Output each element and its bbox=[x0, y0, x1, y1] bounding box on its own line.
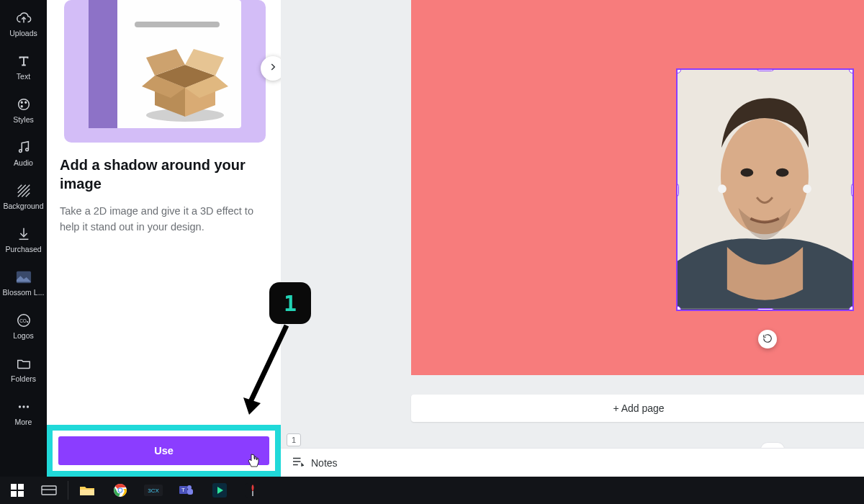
nav-blossom[interactable]: Blossom L... bbox=[0, 262, 47, 305]
add-page-label: + Add page bbox=[613, 402, 664, 414]
notes-bar[interactable]: Notes bbox=[281, 448, 864, 477]
selected-image[interactable] bbox=[676, 68, 854, 311]
nav-label: Uploads bbox=[9, 29, 37, 37]
notes-icon bbox=[291, 455, 304, 470]
teams-button[interactable]: T bbox=[171, 478, 202, 503]
nav-folders[interactable]: Folders bbox=[0, 348, 47, 392]
svg-point-4 bbox=[19, 150, 22, 153]
folder-icon bbox=[79, 484, 95, 497]
svg-point-25 bbox=[803, 184, 811, 193]
canvas-area[interactable]: 1 bbox=[281, 0, 864, 477]
svg-text:3CX: 3CX bbox=[148, 487, 159, 494]
resize-handle-mt[interactable] bbox=[757, 68, 774, 71]
chevron-right-icon bbox=[268, 62, 278, 75]
svg-rect-40 bbox=[187, 489, 193, 495]
pin-app-icon bbox=[246, 483, 260, 498]
resize-handle-mr[interactable] bbox=[851, 184, 854, 197]
effect-panel: Add a shadow around your image Take a 2D… bbox=[47, 0, 281, 477]
annotation-badge: 1 bbox=[269, 282, 311, 324]
svg-rect-28 bbox=[11, 491, 17, 497]
nav-text[interactable]: Text bbox=[0, 46, 47, 89]
svg-point-34 bbox=[119, 489, 122, 492]
cardboard-box-icon bbox=[133, 36, 238, 122]
svg-text:CO₂: CO₂ bbox=[19, 318, 29, 323]
svg-point-24 bbox=[718, 184, 726, 193]
teams-icon: T bbox=[179, 483, 194, 498]
nav-more[interactable]: More bbox=[0, 392, 47, 435]
svg-rect-27 bbox=[18, 484, 24, 490]
effect-preview[interactable] bbox=[64, 0, 266, 143]
svg-rect-30 bbox=[42, 486, 56, 495]
nav-purchased[interactable]: Purchased bbox=[0, 219, 47, 262]
svg-point-3 bbox=[21, 106, 22, 107]
nav-label: Logos bbox=[13, 331, 34, 340]
preview-wrap bbox=[47, 0, 281, 143]
panel-title: Add a shadow around your image bbox=[60, 156, 268, 193]
svg-text:T: T bbox=[181, 487, 185, 493]
chrome-button[interactable] bbox=[104, 478, 136, 503]
svg-point-2 bbox=[24, 102, 26, 103]
svg-rect-44 bbox=[252, 491, 253, 496]
panel-body: Add a shadow around your image Take a 2D… bbox=[47, 143, 281, 425]
nav-label: Folders bbox=[11, 374, 36, 383]
panel-description: Take a 2D image and give it a 3D effect … bbox=[60, 203, 268, 235]
page-indicator[interactable]: 1 bbox=[287, 433, 301, 446]
download-icon bbox=[16, 226, 32, 242]
resize-handle-bl[interactable] bbox=[676, 306, 681, 311]
music-note-icon bbox=[16, 140, 32, 156]
nav-audio[interactable]: Audio bbox=[0, 132, 47, 176]
notes-label: Notes bbox=[311, 457, 338, 469]
use-button[interactable]: Use bbox=[58, 436, 269, 465]
resize-handle-mb[interactable] bbox=[757, 308, 774, 311]
add-page-button[interactable]: + Add page bbox=[411, 395, 864, 422]
task-view-button[interactable] bbox=[33, 478, 65, 503]
nav-label: Background bbox=[3, 202, 43, 210]
file-explorer-button[interactable] bbox=[71, 478, 103, 503]
3cx-button[interactable]: 3CX bbox=[138, 478, 169, 503]
svg-point-11 bbox=[26, 405, 28, 408]
app-red-button[interactable] bbox=[237, 478, 269, 503]
start-button[interactable] bbox=[3, 478, 32, 503]
resize-handle-br[interactable] bbox=[849, 306, 854, 311]
svg-point-5 bbox=[25, 148, 28, 151]
app-green-button[interactable] bbox=[204, 478, 235, 503]
hatch-icon bbox=[16, 183, 32, 199]
co2-icon: CO₂ bbox=[16, 312, 32, 328]
nav-label: Blossom L... bbox=[3, 288, 45, 297]
left-nav: Uploads Text Styles Audio Background bbox=[0, 0, 47, 477]
svg-rect-29 bbox=[18, 491, 24, 497]
ellipsis-icon bbox=[16, 399, 32, 415]
svg-point-10 bbox=[22, 405, 24, 408]
3cx-icon: 3CX bbox=[144, 485, 163, 496]
svg-rect-26 bbox=[11, 484, 17, 490]
nav-background[interactable]: Background bbox=[0, 176, 47, 219]
nav-label: Purchased bbox=[5, 245, 41, 253]
nav-label: More bbox=[15, 418, 32, 426]
palette-icon bbox=[16, 96, 32, 112]
play-app-icon bbox=[212, 483, 227, 498]
cloud-upload-icon bbox=[16, 10, 32, 26]
resize-handle-ml[interactable] bbox=[676, 184, 679, 197]
nav-label: Audio bbox=[14, 158, 33, 167]
rotate-icon bbox=[762, 333, 773, 346]
svg-rect-31 bbox=[80, 490, 94, 495]
image-thumb-icon bbox=[16, 269, 32, 285]
svg-point-23 bbox=[776, 168, 789, 177]
app-root: Uploads Text Styles Audio Background bbox=[0, 0, 864, 477]
svg-point-22 bbox=[741, 168, 754, 177]
nav-uploads[interactable]: Uploads bbox=[0, 3, 47, 46]
nav-styles[interactable]: Styles bbox=[0, 89, 47, 132]
nav-logos[interactable]: CO₂ Logos bbox=[0, 305, 47, 348]
windows-taskbar: 3CX T bbox=[0, 477, 864, 504]
panel-footer-highlight: Use bbox=[47, 425, 281, 477]
nav-label: Text bbox=[17, 72, 30, 81]
rotate-tool[interactable] bbox=[758, 330, 777, 348]
svg-point-9 bbox=[18, 405, 20, 408]
task-view-icon bbox=[41, 484, 57, 497]
text-icon bbox=[16, 53, 32, 69]
svg-point-21 bbox=[721, 118, 809, 234]
folder-icon bbox=[16, 356, 32, 372]
resize-handle-tr[interactable] bbox=[849, 68, 854, 73]
nav-label: Styles bbox=[13, 115, 34, 124]
svg-point-1 bbox=[21, 102, 22, 103]
